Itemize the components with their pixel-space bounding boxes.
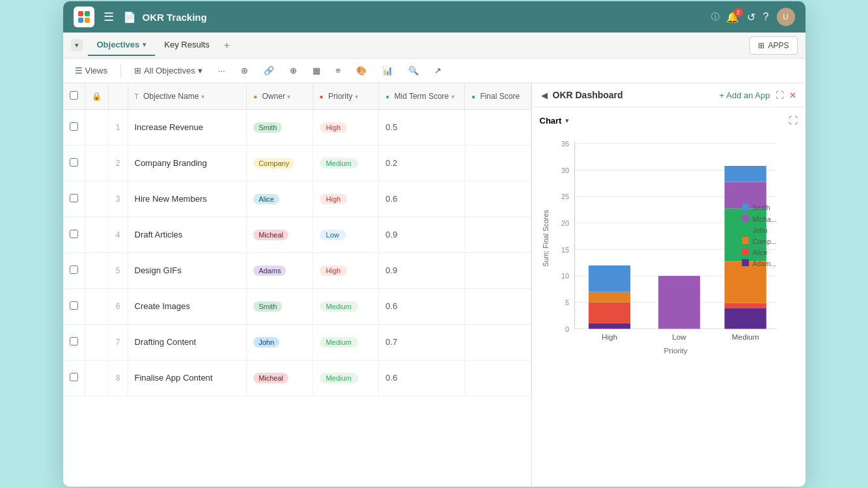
svg-rect-1 (85, 11, 90, 16)
bar-high-adams (588, 323, 630, 329)
row-select-checkbox[interactable] (70, 301, 78, 310)
filter-button[interactable]: ≡ (331, 63, 346, 78)
row-select-checkbox[interactable] (70, 230, 78, 238)
priority-tag: Medium (320, 301, 358, 312)
menu-button[interactable]: ☰ (101, 7, 117, 27)
table-button[interactable]: ▦ (307, 63, 326, 78)
th-checkbox (63, 83, 85, 109)
views-icon: ☰ (75, 66, 83, 75)
mid-score-cell: 0.9 (379, 217, 465, 252)
group-button[interactable]: ⊛ (236, 63, 253, 78)
tab-objectives-arrow: ▾ (143, 41, 146, 48)
th-name-label: Objective Name (143, 92, 199, 101)
toolbar-more-button[interactable]: ··· (213, 63, 231, 78)
svg-text:Adam...: Adam... (752, 260, 776, 267)
objective-name: Hire New Members (128, 181, 247, 217)
final-score-cell (464, 181, 531, 217)
tab-collapse-button[interactable]: ▾ (71, 39, 83, 51)
row-lock (85, 252, 108, 288)
close-icon[interactable]: ✕ (789, 90, 796, 100)
notifications-button[interactable]: 🔔 2 (726, 11, 739, 23)
mid-score-cell: 0.7 (379, 324, 465, 360)
color-button[interactable]: 🎨 (351, 63, 372, 78)
tab-add-button[interactable]: + (219, 37, 235, 54)
svg-rect-35 (742, 248, 749, 255)
svg-rect-31 (742, 226, 749, 233)
apps-button[interactable]: ⊞ APPS (749, 36, 797, 55)
svg-text:35: 35 (561, 140, 569, 148)
search-button[interactable]: 🔍 (403, 63, 424, 78)
owner-cell: Alice (247, 181, 313, 217)
svg-text:John: John (752, 226, 767, 234)
th-mid-term-score[interactable]: ● Mid Term Score ▾ (379, 83, 465, 109)
chart-area: 0 5 10 15 20 25 30 35 (540, 132, 798, 379)
chart-expand-icon[interactable]: ⛶ (789, 115, 798, 126)
bar-medium-alice (724, 303, 766, 308)
mid-score-cell: 0.5 (379, 109, 465, 145)
owner-cell: Company (247, 145, 313, 181)
final-score-cell (464, 252, 531, 288)
th-mid-filter[interactable]: ▾ (451, 93, 455, 100)
th-owner-filter[interactable]: ▾ (287, 93, 290, 100)
svg-rect-29 (742, 215, 749, 222)
tab-bar: ▾ Objectives ▾ Key Results + ⊞ APPS (63, 33, 805, 59)
th-final-score[interactable]: ● Final Score (464, 83, 531, 109)
views-button[interactable]: ☰ Views (70, 63, 113, 78)
link-button[interactable]: 🔗 (259, 63, 279, 78)
final-score-cell (464, 109, 531, 145)
objectives-table: 🔒 T Objective Name ▾ ● Owner ▾ (63, 83, 531, 396)
tab-key-results[interactable]: Key Results (155, 34, 218, 56)
mid-score-cell: 0.6 (379, 288, 465, 324)
row-select-checkbox[interactable] (70, 194, 78, 202)
select-all-checkbox[interactable] (70, 91, 78, 100)
chart-button[interactable]: 📊 (377, 63, 398, 78)
dashboard-collapse-button[interactable]: ◀ (541, 90, 548, 100)
svg-rect-37 (742, 259, 749, 266)
row-number: 2 (108, 145, 128, 181)
expand-icon[interactable]: ⛶ (776, 90, 784, 100)
priority-cell: High (313, 109, 378, 145)
history-button[interactable]: ↺ (747, 11, 755, 23)
views-label: Views (85, 66, 107, 75)
row-checkbox (63, 324, 85, 360)
priority-tag: Medium (320, 337, 358, 347)
table-row: 3 Hire New Members Alice High 0.6 (63, 181, 531, 217)
row-select-checkbox[interactable] (70, 373, 78, 381)
add-app-button[interactable]: + Add an App (720, 90, 770, 100)
row-checkbox (63, 252, 85, 288)
table-header-row: 🔒 T Objective Name ▾ ● Owner ▾ (63, 83, 531, 109)
svg-text:Sum: Final Scores: Sum: Final Scores (541, 210, 549, 267)
bar-high-smith (588, 265, 630, 292)
svg-text:10: 10 (561, 272, 569, 280)
row-select-checkbox[interactable] (70, 265, 78, 274)
row-select-checkbox[interactable] (70, 337, 78, 346)
help-button[interactable]: ? (763, 11, 769, 23)
th-priority-icon: ● (320, 93, 324, 100)
final-score-cell (464, 288, 531, 324)
priority-cell: Medium (313, 324, 378, 360)
row-number: 3 (108, 181, 128, 217)
chart-dropdown-arrow[interactable]: ▾ (565, 116, 569, 125)
th-priority[interactable]: ● Priority ▾ (313, 83, 378, 109)
row-select-checkbox[interactable] (70, 158, 78, 167)
manage-button[interactable]: ⊕ (285, 63, 302, 78)
th-owner[interactable]: ● Owner ▾ (247, 83, 313, 109)
th-row-num (108, 83, 128, 109)
toolbar: ☰ Views ⊞ All Objectives ▾ ··· ⊛ 🔗 ⊕ ▦ ≡… (63, 59, 805, 83)
th-priority-filter[interactable]: ▾ (355, 93, 358, 100)
row-select-checkbox[interactable] (70, 122, 78, 131)
th-mid-label: Mid Term Score (394, 92, 449, 101)
th-objective-name[interactable]: T Objective Name ▾ (128, 83, 247, 109)
th-name-filter[interactable]: ▾ (201, 93, 204, 100)
table-row: 7 Drafting Content John Medium 0.7 (63, 324, 531, 360)
owner-cell: John (247, 324, 313, 360)
row-number: 6 (108, 288, 128, 324)
all-objectives-button[interactable]: ⊞ All Objectives ▾ (129, 63, 208, 78)
svg-text:Medium: Medium (731, 333, 759, 342)
avatar[interactable]: U (777, 8, 795, 26)
share-button[interactable]: ↗ (429, 63, 447, 78)
tab-objectives[interactable]: Objectives ▾ (88, 34, 156, 56)
th-owner-label: Owner (262, 92, 285, 101)
row-number: 1 (108, 109, 128, 145)
th-final-icon: ● (471, 93, 475, 100)
